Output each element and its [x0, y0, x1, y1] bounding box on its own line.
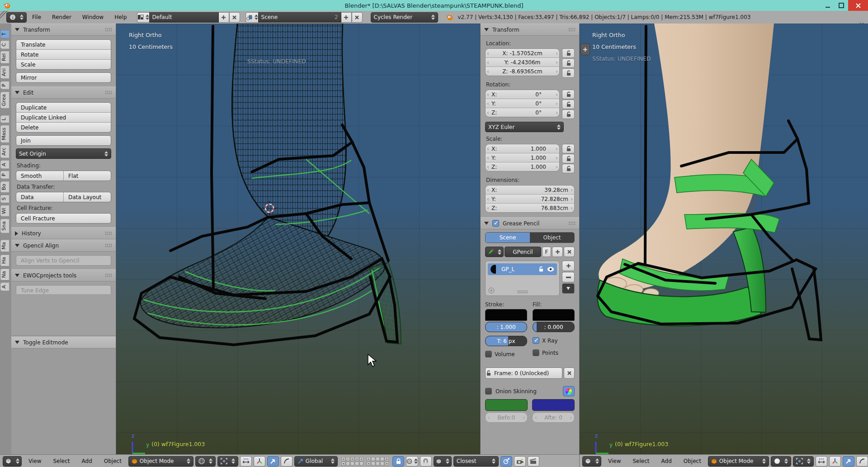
stroke-color-swatch[interactable]: [485, 309, 527, 321]
onion-before-color-swatch[interactable]: [485, 399, 528, 411]
lock-rotation-y-button[interactable]: [562, 100, 575, 109]
layer-cell[interactable]: [376, 462, 380, 466]
tool-tab[interactable]: P: [0, 81, 9, 90]
snap-element-select[interactable]: [434, 456, 452, 467]
layout-add-button[interactable]: [219, 12, 229, 23]
panel-header-edit[interactable]: Edit: [11, 86, 116, 99]
menu-view[interactable]: View: [24, 458, 46, 464]
menu-file[interactable]: File: [27, 14, 47, 20]
align-verts-to-gpencil-button[interactable]: Align Verts to Gpencil: [16, 255, 111, 266]
panel-header-history[interactable]: History: [11, 227, 116, 239]
tune-edge-button[interactable]: Tune Edge: [16, 285, 111, 294]
delete-button[interactable]: Delete: [16, 123, 111, 132]
manipulator-toggle-button[interactable]: [816, 456, 827, 467]
layer-cell[interactable]: [367, 462, 371, 466]
lock-scale-y-button[interactable]: [562, 154, 575, 163]
viewport-shading-select[interactable]: [195, 456, 216, 467]
tool-tab[interactable]: A: [0, 160, 9, 169]
lock-rotation-x-button[interactable]: [562, 90, 575, 99]
frame-delete-button[interactable]: [564, 367, 575, 379]
render-engine-select[interactable]: Cycles Render: [371, 12, 438, 23]
layer-cell[interactable]: [385, 462, 389, 466]
tool-tab[interactable]: Ma: [0, 239, 9, 252]
menu-view[interactable]: View: [603, 458, 626, 464]
layer-cell[interactable]: [371, 462, 375, 466]
minimize-button[interactable]: [821, 0, 835, 11]
layout-name-field[interactable]: Default: [149, 12, 219, 23]
fill-alpha-slider[interactable]: : 0.000: [533, 322, 575, 332]
shade-flat-button[interactable]: Flat: [63, 171, 111, 181]
tab-object[interactable]: Object: [530, 233, 574, 243]
tool-tab[interactable]: A: [0, 282, 9, 291]
mirror-button[interactable]: Mirror: [16, 72, 111, 83]
lock-scale-x-button[interactable]: [562, 144, 575, 153]
scale-z-field[interactable]: Z:1.000: [486, 162, 559, 171]
layer-remove-button[interactable]: [562, 272, 575, 282]
join-button[interactable]: Join: [16, 135, 111, 146]
layer-cell[interactable]: [341, 462, 345, 466]
panel-grip-icon[interactable]: [105, 243, 112, 248]
scene-browse-button[interactable]: [245, 12, 258, 23]
grease-pencil-enable-checkbox[interactable]: [492, 220, 499, 227]
onion-skinning-checkbox[interactable]: [485, 388, 492, 395]
layer-color-swatch[interactable]: [491, 265, 496, 274]
layer-cell[interactable]: [359, 462, 363, 466]
dimension-z-field[interactable]: Z:76.883cm: [486, 204, 574, 212]
editor-type-button[interactable]: [582, 456, 601, 467]
panel-grip-icon[interactable]: [568, 221, 576, 225]
volume-checkbox[interactable]: [485, 351, 492, 357]
menu-object[interactable]: Object: [679, 458, 706, 464]
layers-group-1[interactable]: [341, 457, 363, 466]
tool-tab[interactable]: Sna: [0, 219, 9, 234]
transform-orientation-select[interactable]: Global: [294, 456, 338, 467]
menu-select[interactable]: Select: [48, 458, 75, 464]
scene-name-field[interactable]: Scene 2: [258, 12, 341, 23]
lock-to-scene-button[interactable]: [392, 456, 404, 467]
tool-tab[interactable]: Arc: [0, 145, 9, 158]
location-x-field[interactable]: X:-1.57052cm: [486, 49, 559, 58]
gpencil-datablock-field[interactable]: GPencil: [505, 247, 541, 257]
panel-header-grease-pencil[interactable]: Grease Pencil: [481, 217, 579, 229]
tool-tab[interactable]: Ha: [0, 254, 9, 267]
mode-select[interactable]: Object Mode: [708, 456, 769, 467]
layer-cell[interactable]: [385, 457, 389, 461]
onion-after-color-swatch[interactable]: [532, 399, 575, 411]
tool-tab[interactable]: Rel: [0, 51, 9, 64]
points-checkbox[interactable]: [533, 349, 539, 356]
menu-add[interactable]: Add: [77, 458, 97, 464]
tool-tab[interactable]: L: [0, 115, 9, 123]
tool-tab[interactable]: S: [0, 195, 9, 203]
xray-checkbox[interactable]: [533, 337, 539, 344]
unlock-icon[interactable]: [538, 266, 544, 272]
location-z-field[interactable]: Z:-8.69365cm: [486, 67, 559, 76]
editor-type-button[interactable]: [3, 456, 22, 467]
tool-tab[interactable]: Bo: [0, 181, 9, 193]
translate-button[interactable]: Translate: [16, 40, 111, 50]
layer-cell[interactable]: [355, 457, 359, 461]
duplicate-linked-button[interactable]: Duplicate Linked: [16, 113, 111, 123]
viewport-3d-shaded[interactable]: Right Ortho 10 Centimeters SStatus: UNDE…: [580, 24, 868, 454]
dimension-y-field[interactable]: Y:72.828cm: [486, 195, 574, 204]
dimension-x-field[interactable]: X:39.28cm: [486, 186, 574, 195]
layers-group-2[interactable]: [367, 457, 389, 466]
menu-select[interactable]: Select: [627, 458, 654, 464]
onion-color-wheel-button[interactable]: [563, 386, 575, 396]
layers-widget[interactable]: [341, 457, 389, 466]
gpencil-unlink-button[interactable]: [564, 247, 575, 257]
stroke-alpha-slider[interactable]: : 1.000: [485, 322, 527, 332]
location-y-field[interactable]: Y:-4.24306m: [486, 58, 559, 67]
layer-cell[interactable]: [350, 457, 354, 461]
panel-grip-icon[interactable]: [568, 28, 576, 32]
rotation-z-field[interactable]: Z:0°: [486, 108, 559, 117]
layer-cell[interactable]: [367, 457, 371, 461]
onion-after-steps[interactable]: Afte: 0: [532, 412, 575, 423]
set-origin-select[interactable]: Set Origin: [16, 148, 111, 159]
snap-target-select[interactable]: Closest: [453, 456, 499, 467]
scale-y-field[interactable]: Y:1.000: [486, 153, 559, 162]
eye-icon[interactable]: [547, 267, 554, 272]
cell-fracture-button[interactable]: Cell Fracture: [16, 213, 111, 224]
fill-color-swatch[interactable]: [533, 309, 575, 321]
lock-location-x-button[interactable]: [562, 48, 575, 58]
gpencil-layer-row[interactable]: GP_L: [488, 263, 557, 275]
list-resize-grip[interactable]: [517, 290, 528, 294]
